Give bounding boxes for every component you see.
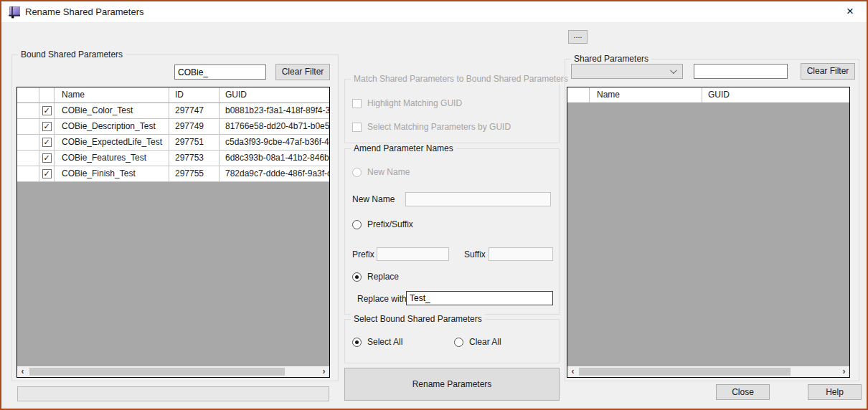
app-icon [9, 6, 21, 19]
select-all-radio[interactable] [352, 338, 362, 347]
clear-all-radio-row[interactable]: Clear All [454, 337, 501, 347]
row-checkbox[interactable]: ✓ [42, 169, 52, 178]
row-guid-cell: b0881b23-f3a1-418f-89f4-38ef9 [220, 103, 329, 119]
highlight-matching-guid-label: Highlight Matching GUID [367, 98, 462, 108]
scroll-left-icon[interactable]: ‹ [17, 366, 28, 377]
row-selector-cell[interactable] [17, 151, 39, 166]
header-id: ID [169, 87, 220, 102]
rename-parameters-button[interactable]: Rename Parameters [344, 368, 560, 401]
table-row[interactable]: ✓COBie_ExpectedLife_Test297751c5da3f93-9… [17, 135, 329, 151]
shared-clear-filter-button[interactable]: Clear Filter [801, 63, 855, 80]
bound-group-label: Bound Shared Parameters [18, 49, 126, 59]
scroll-left-icon[interactable]: ‹ [567, 366, 578, 377]
shared-table-header: Name GUID [567, 87, 849, 103]
new-name-radio-row: New Name [352, 167, 410, 177]
row-id-cell: 297747 [169, 103, 220, 119]
bound-shared-parameters-group: Bound Shared Parameters Clear Filter Nam… [11, 54, 339, 381]
shared-parameters-dropdown[interactable] [571, 64, 683, 79]
prefix-suffix-radio[interactable] [352, 220, 362, 229]
select-group-label: Select Bound Shared Parameters [351, 314, 485, 324]
prefix-suffix-radio-row[interactable]: Prefix/Suffix [352, 219, 413, 229]
scrollbar-thumb[interactable] [579, 368, 791, 376]
row-id-cell: 297753 [169, 151, 220, 166]
help-button[interactable]: Help [808, 384, 862, 400]
shared-filter-input[interactable] [694, 64, 788, 79]
select-matching-guid-label: Select Matching Parameters by GUID [367, 122, 511, 132]
row-checkbox-cell[interactable]: ✓ [39, 119, 55, 135]
replace-with-input[interactable] [406, 291, 553, 305]
progress-bar [17, 386, 329, 401]
row-checkbox[interactable]: ✓ [42, 138, 52, 147]
table-row[interactable]: ✓COBie_Description_Test29774981766e58-dd… [17, 119, 329, 135]
row-name-cell: COBie_ExpectedLife_Test [55, 135, 169, 151]
select-matching-guid-row: Select Matching Parameters by GUID [352, 122, 511, 132]
amend-parameter-names-group: Amend Parameter Names New Name New Name … [344, 148, 560, 315]
row-id-cell: 297755 [169, 166, 220, 182]
row-name-cell: COBie_Description_Test [55, 119, 169, 135]
row-checkbox-cell[interactable]: ✓ [39, 135, 55, 151]
browse-shared-parameters-button[interactable]: .... [568, 30, 588, 44]
header-name: Name [590, 87, 702, 102]
prefix-label: Prefix [352, 249, 374, 259]
row-checkbox[interactable]: ✓ [42, 122, 52, 131]
select-bound-parameters-group: Select Bound Shared Parameters Select Al… [344, 319, 560, 363]
bound-clear-filter-button[interactable]: Clear Filter [275, 64, 330, 80]
bound-filter-input[interactable] [174, 65, 266, 80]
row-guid-cell: 6d8c393b-08a1-41b2-846b-efff [220, 151, 329, 166]
title-bar: Rename Shared Parameters × [1, 1, 867, 23]
replace-radio-label: Replace [367, 272, 399, 282]
suffix-label: Suffix [464, 249, 486, 259]
header-checkbox [39, 87, 55, 102]
window-title: Rename Shared Parameters [25, 1, 143, 23]
row-checkbox-cell[interactable]: ✓ [39, 103, 55, 119]
table-row[interactable]: ✓COBie_Features_Test2977536d8c393b-08a1-… [17, 151, 329, 166]
close-button[interactable]: Close [716, 384, 770, 400]
scrollbar-thumb[interactable] [29, 368, 285, 376]
row-name-cell: COBie_Color_Test [55, 103, 169, 119]
bound-table-hscrollbar[interactable]: ‹ › [17, 366, 329, 377]
table-row[interactable]: ✓COBie_Color_Test297747b0881b23-f3a1-418… [17, 103, 329, 119]
row-checkbox-cell[interactable]: ✓ [39, 151, 55, 166]
scroll-right-icon[interactable]: › [319, 366, 329, 377]
row-checkbox-cell[interactable]: ✓ [39, 166, 55, 182]
shared-table-hscrollbar[interactable]: ‹ › [567, 366, 849, 377]
clear-all-radio[interactable] [454, 338, 463, 347]
row-checkbox[interactable]: ✓ [42, 106, 52, 115]
highlight-matching-guid-row: Highlight Matching GUID [352, 98, 462, 108]
select-all-label: Select All [367, 337, 402, 347]
select-all-radio-row[interactable]: Select All [352, 337, 402, 347]
new-name-radio-label: New Name [367, 167, 410, 177]
row-guid-cell: 81766e58-dd20-4b71-b0e5-09d [220, 119, 329, 135]
prefix-suffix-radio-label: Prefix/Suffix [367, 219, 413, 229]
clear-all-label: Clear All [469, 337, 501, 347]
replace-with-label: Replace with: [357, 294, 409, 304]
row-id-cell: 297751 [169, 135, 220, 151]
scroll-right-icon[interactable]: › [839, 366, 849, 377]
shared-parameters-group: Shared Parameters Clear Filter Name GUID… [565, 59, 859, 381]
suffix-input [489, 247, 553, 261]
row-guid-cell: 782da9c7-ddde-486f-9a3f-c39 [220, 166, 329, 182]
row-selector-cell[interactable] [17, 135, 39, 151]
row-guid-cell: c5da3f93-9cbe-47af-b36f-4a49 [220, 135, 329, 151]
close-icon[interactable]: × [834, 1, 867, 23]
header-guid: GUID [702, 87, 849, 102]
rename-shared-parameters-dialog: Rename Shared Parameters × Bound Shared … [0, 0, 868, 410]
row-checkbox[interactable]: ✓ [42, 153, 52, 163]
header-row-selector [17, 87, 39, 102]
row-selector-cell[interactable] [17, 103, 39, 119]
match-group-label: Match Shared Parameters to Bound Shared … [351, 74, 571, 84]
row-selector-cell[interactable] [17, 119, 39, 135]
match-parameters-group: Match Shared Parameters to Bound Shared … [344, 79, 560, 143]
new-name-field-label: New Name [352, 194, 395, 204]
table-row[interactable]: ✓COBie_Finish_Test297755782da9c7-ddde-48… [17, 166, 329, 182]
table-empty-area [567, 103, 849, 366]
row-selector-cell[interactable] [17, 166, 39, 182]
shared-parameters-table: Name GUID ‹ › [567, 87, 850, 378]
header-name: Name [55, 87, 169, 102]
table-empty-area [17, 182, 329, 366]
replace-radio[interactable] [352, 272, 362, 282]
bound-table-header: Name ID GUID [17, 87, 329, 103]
header-row-selector [567, 87, 590, 102]
prefix-input [377, 247, 449, 261]
replace-radio-row[interactable]: Replace [352, 272, 399, 282]
